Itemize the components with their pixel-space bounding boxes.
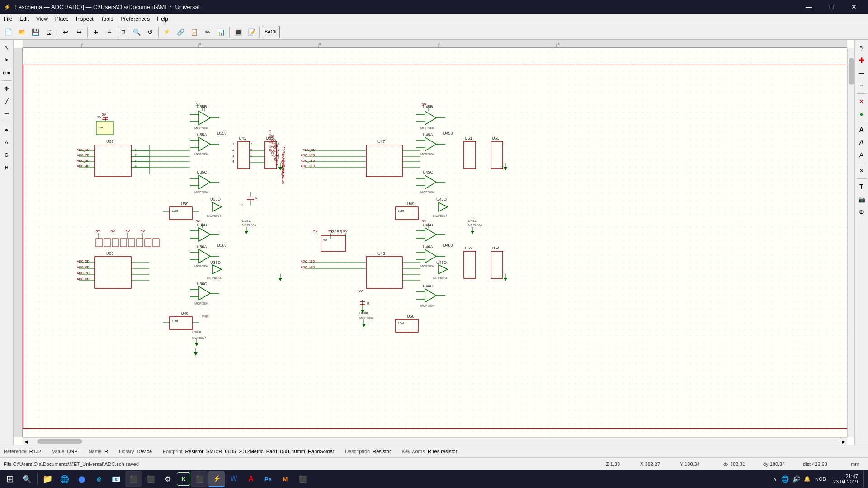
text-tool-A1[interactable]: A [856, 124, 868, 136]
add-junction-tool[interactable]: ● [1, 124, 13, 136]
menu-place[interactable]: Place [52, 14, 72, 24]
units-inches[interactable]: in [1, 54, 13, 66]
canvas-area[interactable]: 2 4 6 8 10 [14, 40, 854, 445]
add-global-label-tool[interactable]: G [1, 149, 13, 161]
svg-text:U46A: U46A [423, 244, 433, 249]
keywords-label: Key words [402, 449, 425, 454]
bom-button[interactable]: 📊 [215, 26, 227, 38]
new-schematic-button[interactable]: 📄 [2, 26, 14, 38]
taskbar-file-explorer[interactable]: 📁 [39, 471, 56, 487]
move-tool[interactable]: ✥ [1, 83, 13, 94]
main-toolbar: 📄 📂 💾 🖨 ↩ ↪ + − ⊡ 🔍 ↺ ⚡ 🔗 📋 ✏ 📊 🔳 📝 BACK [0, 24, 868, 40]
taskbar-language[interactable]: NOB [813, 476, 828, 482]
scroll-right-arrow[interactable]: ▶ [840, 438, 847, 445]
taskbar-misc[interactable]: ⬛ [294, 471, 311, 487]
taskbar-pcb1[interactable]: ⬛ [191, 471, 208, 487]
script-right-tool[interactable]: ⚙ [856, 206, 868, 218]
svg-text:U350: U350 [217, 131, 227, 136]
taskbar-settings[interactable]: ⚙ [160, 471, 176, 487]
svg-text:ADC_10D: ADC_10D [301, 154, 315, 157]
minimize-button[interactable]: — [798, 0, 819, 14]
add-hier-label-tool[interactable]: H [1, 162, 13, 174]
redo-button[interactable]: ↪ [73, 26, 85, 38]
T-right-tool[interactable]: T [856, 181, 868, 192]
taskbar-acrobat[interactable]: A [243, 471, 259, 487]
select-tool[interactable]: ↖ [1, 42, 13, 53]
menu-view[interactable]: View [33, 14, 52, 24]
search-button[interactable]: 🔍 [19, 471, 35, 487]
units-mm[interactable]: mm [1, 67, 13, 79]
annotate-button[interactable]: 📝 [245, 26, 258, 38]
edit-fields-button[interactable]: ✏ [201, 26, 214, 38]
hscroll-thumb[interactable] [37, 439, 82, 444]
file-status: File C:\Users\Ola\Documents\ME7_Universa… [4, 461, 595, 467]
start-button[interactable]: ⊞ [2, 471, 18, 487]
open-button[interactable]: 📂 [15, 26, 28, 38]
taskbar-app1[interactable]: ⬛ [125, 471, 142, 487]
taskbar-kicad[interactable]: K [177, 472, 190, 486]
menu-file[interactable]: File [0, 14, 16, 24]
menu-inspect[interactable]: Inspect [72, 14, 97, 24]
taskbar-edge[interactable]: 🌐 [57, 471, 73, 487]
svg-text:5V: 5V [111, 229, 115, 233]
print-button[interactable]: 🖨 [42, 26, 55, 38]
no-connect-right[interactable]: ✕ [856, 165, 868, 177]
save-button[interactable]: 💾 [29, 26, 42, 38]
menu-tools[interactable]: Tools [97, 14, 117, 24]
vscroll-thumb[interactable] [849, 58, 854, 85]
line-tool[interactable]: — [856, 67, 868, 79]
sym-fields-button[interactable]: 📋 [188, 26, 200, 38]
zoom-fit-button[interactable]: ⊡ [117, 26, 129, 38]
dy-value: dy 180,34 [763, 461, 799, 467]
svg-text:MCP6004: MCP6004 [207, 277, 221, 280]
taskbar-eeschema[interactable]: ⚡ [208, 471, 225, 487]
svg-text:5V: 5V [323, 239, 327, 242]
text-tool-A3[interactable]: A [856, 149, 868, 161]
value-label: Value [52, 449, 64, 454]
zoom-out-button[interactable]: − [103, 26, 116, 38]
taskbar-word[interactable]: W [226, 471, 242, 487]
svg-text:MCP6004: MCP6004 [433, 277, 447, 280]
add-bus-tool[interactable]: ═ [1, 108, 13, 120]
camera-right-tool[interactable]: 📷 [856, 193, 868, 205]
horizontal-scrollbar[interactable]: ◀ ▶ [23, 437, 847, 445]
taskbar-ie[interactable]: e [91, 471, 107, 487]
add-wire-tool[interactable]: ╱ [1, 95, 13, 107]
zoom-in-button[interactable]: + [90, 26, 102, 38]
show-desktop-button[interactable] [863, 471, 866, 487]
double-line-tool[interactable]: ═ [856, 80, 868, 91]
taskbar-datetime[interactable]: 21:47 23.04.2019 [830, 474, 862, 484]
taskbar-chrome[interactable]: ⬤ [74, 471, 90, 487]
close-right-tool[interactable]: ✕ [856, 95, 868, 107]
taskbar-outlook[interactable]: 📧 [108, 471, 124, 487]
taskbar-photoshop[interactable]: Ps [260, 471, 276, 487]
window-title: Eeschema — ADC [/ADC/] — C:\Users\Ola\Do… [14, 4, 200, 10]
menu-help[interactable]: Help [153, 14, 172, 24]
pcb-layout-button[interactable]: 🔳 [231, 26, 244, 38]
undo-button[interactable]: ↩ [59, 26, 72, 38]
scroll-left-arrow[interactable]: ◀ [23, 438, 30, 445]
taskbar-app2[interactable]: ⬛ [142, 471, 159, 487]
cursor-tool-right[interactable]: ↖ [856, 42, 868, 53]
dot-right-tool[interactable]: ● [856, 108, 868, 120]
taskbar-right: ∧ 🌐 🔊 🔔 NOB 21:47 23.04.2019 [771, 471, 866, 487]
maximize-button[interactable]: □ [821, 0, 842, 14]
taskbar-sysmon[interactable]: M [277, 471, 293, 487]
refresh-button[interactable]: ↺ [144, 26, 156, 38]
zoom-selection-button[interactable]: 🔍 [130, 26, 143, 38]
highlight-tool[interactable]: ✚ [856, 54, 868, 66]
back-button[interactable]: BACK [262, 26, 280, 38]
schematic-canvas[interactable]: U35B 5V MCP6004 U35A [23, 48, 847, 437]
close-button[interactable]: ✕ [844, 0, 864, 14]
svg-text:5V: 5V [328, 229, 333, 233]
taskbar-show-hidden[interactable]: ∧ [771, 476, 778, 482]
menu-edit[interactable]: Edit [16, 14, 33, 24]
run-erc-button[interactable]: ⚡ [160, 26, 173, 38]
netlist-button[interactable]: 🔗 [174, 26, 187, 38]
svg-text:5V: 5V [196, 103, 200, 106]
svg-text:U46D: U46D [436, 260, 447, 265]
menu-preferences[interactable]: Preferences [117, 14, 154, 24]
vertical-scrollbar[interactable] [847, 48, 854, 437]
text-tool-A2[interactable]: A [856, 136, 868, 148]
add-label-tool[interactable]: A [1, 136, 13, 148]
